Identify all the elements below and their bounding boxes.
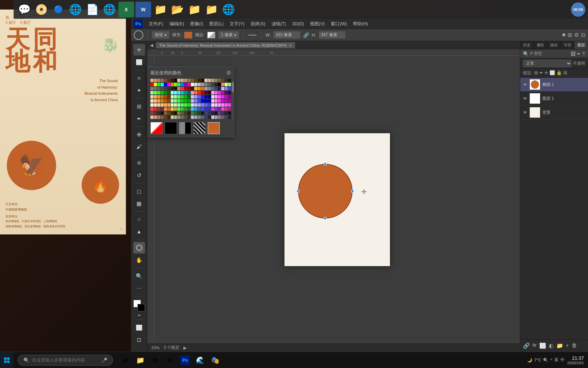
color-swatch[interactable] xyxy=(201,87,204,90)
color-picker-scrollbar[interactable] xyxy=(232,79,234,119)
lock-icon-brush[interactable]: ✒ xyxy=(539,70,543,76)
link-layers-icon[interactable]: 🔗 xyxy=(523,342,530,349)
excel-icon[interactable]: X xyxy=(118,2,134,17)
color-swatch[interactable] xyxy=(198,107,201,111)
color-swatch[interactable] xyxy=(150,83,153,86)
color-swatch[interactable] xyxy=(167,116,170,119)
color-swatch[interactable] xyxy=(157,79,160,82)
layer-1[interactable]: 👁 图层 1 xyxy=(520,92,588,106)
color-swatch[interactable] xyxy=(191,95,194,98)
taskbar-search-bar[interactable]: 🔍 🎤 xyxy=(18,355,113,366)
menu-layer[interactable]: 图层(L) xyxy=(207,20,226,28)
color-swatch[interactable] xyxy=(174,79,177,82)
color-swatch[interactable] xyxy=(205,99,208,103)
color-swatch[interactable] xyxy=(201,103,204,107)
color-swatch[interactable] xyxy=(208,87,211,90)
color-swatch[interactable] xyxy=(171,91,174,94)
color-swatch[interactable] xyxy=(198,79,201,82)
color-swatch[interactable] xyxy=(218,79,221,82)
color-swatch[interactable] xyxy=(198,111,201,115)
fill-color-swatch[interactable] xyxy=(184,32,192,39)
menu-text[interactable]: 文字(Y) xyxy=(227,20,247,28)
dvd-icon[interactable]: 📀 xyxy=(33,2,49,17)
color-swatch[interactable] xyxy=(164,91,167,94)
color-swatch[interactable] xyxy=(215,111,218,115)
add-mask-icon[interactable]: ⬜ xyxy=(539,342,546,349)
taskbar-search-input[interactable] xyxy=(32,357,99,363)
handle-right[interactable] xyxy=(351,190,354,193)
color-swatch[interactable] xyxy=(205,116,208,119)
color-swatch[interactable] xyxy=(211,83,214,86)
color-swatch[interactable] xyxy=(174,116,177,119)
tool-brush[interactable]: 🖌 xyxy=(133,141,145,153)
color-swatch[interactable] xyxy=(225,95,228,98)
tool-magic-wand[interactable]: ✦ xyxy=(133,85,145,96)
color-swatch[interactable] xyxy=(174,83,177,86)
status-arrow[interactable]: ▶ xyxy=(183,346,186,350)
color-swatch[interactable] xyxy=(205,87,208,90)
ellipse-container[interactable] xyxy=(298,164,353,218)
color-swatch[interactable] xyxy=(177,83,180,86)
color-swatch[interactable] xyxy=(177,116,180,119)
color-swatch[interactable] xyxy=(194,111,197,115)
file-mgr-icon[interactable]: 📁 xyxy=(152,2,168,17)
color-swatch[interactable] xyxy=(184,116,187,119)
color-swatch[interactable] xyxy=(191,111,194,115)
color-swatch[interactable] xyxy=(211,91,214,94)
color-swatch[interactable] xyxy=(157,91,160,94)
color-swatch[interactable] xyxy=(150,95,153,98)
color-swatch[interactable] xyxy=(187,111,191,115)
color-swatch[interactable] xyxy=(187,83,191,86)
color-swatch[interactable] xyxy=(205,79,208,82)
color-swatch[interactable] xyxy=(184,103,187,107)
color-swatch[interactable] xyxy=(201,107,204,111)
h-input[interactable]: 347 像素 xyxy=(318,31,346,39)
taskbar-mail[interactable]: ✉ xyxy=(163,353,177,367)
color-swatch[interactable] xyxy=(177,111,180,115)
menu-edit[interactable]: 编辑(E) xyxy=(167,20,187,28)
color-swatch[interactable] xyxy=(194,116,197,119)
color-swatch[interactable] xyxy=(161,103,164,107)
tool-mask[interactable]: ⬜ xyxy=(133,322,145,333)
color-swatch[interactable] xyxy=(181,103,184,107)
panel-icon-3[interactable]: T xyxy=(582,51,585,57)
color-swatch[interactable] xyxy=(171,83,174,86)
tab-history[interactable]: 历史 xyxy=(520,41,534,49)
swap-colors[interactable]: ⇄ xyxy=(138,313,141,317)
color-swatch[interactable] xyxy=(228,111,231,115)
color-swatch[interactable] xyxy=(187,87,191,90)
ps-canvas[interactable]: ✛ xyxy=(284,133,390,266)
tool-clone[interactable]: ✡ xyxy=(133,157,145,169)
lock-icon-move[interactable]: ✛ xyxy=(544,70,548,76)
lang-en[interactable]: 英 xyxy=(554,357,558,363)
tool-zoom[interactable]: 🔍 xyxy=(133,270,145,282)
blend-mode-select[interactable]: 正常 xyxy=(523,60,572,67)
color-swatch[interactable] xyxy=(157,107,160,111)
color-swatch[interactable] xyxy=(201,83,204,86)
color-swatch[interactable] xyxy=(161,99,164,103)
color-swatch[interactable] xyxy=(211,107,214,111)
color-swatch[interactable] xyxy=(164,83,167,86)
color-swatch[interactable] xyxy=(205,95,208,98)
tool-select-rect[interactable]: ⬜ xyxy=(133,56,145,68)
color-swatch[interactable] xyxy=(181,79,184,82)
taskbar-store[interactable]: 🛍 xyxy=(148,353,162,367)
color-swatch[interactable] xyxy=(174,87,177,90)
tool-move[interactable]: ✛ xyxy=(133,44,145,56)
color-swatch[interactable] xyxy=(167,107,170,111)
stroke-size-dropdown[interactable]: 1 像素 ▾ xyxy=(218,31,239,39)
tool-lasso[interactable]: ⌾ xyxy=(133,72,145,84)
color-swatch[interactable] xyxy=(194,95,197,98)
word-icon[interactable]: W xyxy=(135,2,151,17)
color-swatch[interactable] xyxy=(221,111,224,115)
color-swatch[interactable] xyxy=(225,107,228,111)
color-swatch[interactable] xyxy=(154,107,157,111)
color-swatch[interactable] xyxy=(228,95,231,98)
tool-screen-mode[interactable]: ⊡ xyxy=(133,334,145,346)
color-swatch[interactable] xyxy=(198,103,201,107)
color-swatch[interactable] xyxy=(184,99,187,103)
wechat-icon[interactable]: 💬 xyxy=(16,2,32,17)
color-swatch[interactable] xyxy=(174,111,177,115)
color-swatch[interactable] xyxy=(171,99,174,103)
menu-3d[interactable]: 3D(D) xyxy=(289,20,307,27)
